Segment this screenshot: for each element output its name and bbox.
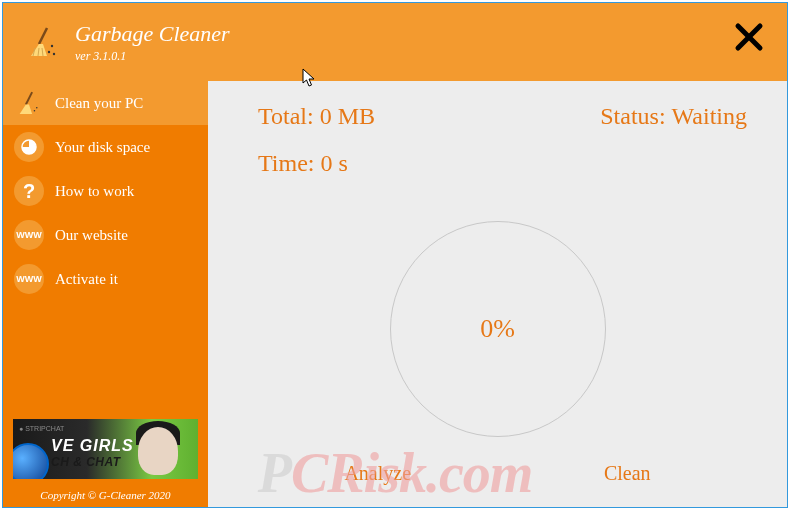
sidebar: Clean your PC Your disk space ? How to w…	[3, 81, 208, 507]
broom-icon	[13, 87, 45, 119]
ad-banner[interactable]: ● STRIPCHAT VE GIRLS CH & CHAT	[13, 419, 198, 479]
www-icon: WWW	[13, 263, 45, 295]
ad-badge: ● STRIPCHAT	[19, 425, 64, 432]
ad-text-1: VE GIRLS	[51, 437, 134, 455]
time-stat: Time: 0 s	[258, 150, 787, 177]
svg-point-4	[48, 51, 50, 53]
sidebar-item-label: Your disk space	[55, 139, 150, 156]
sidebar-item-label: How to work	[55, 183, 134, 200]
main-panel: Total: 0 MB Status: Waiting Time: 0 s 0%…	[208, 81, 787, 507]
svg-line-9	[26, 92, 32, 104]
sidebar-item-website[interactable]: WWW Our website	[3, 213, 208, 257]
close-icon	[733, 21, 765, 53]
ad-text-2: CH & CHAT	[51, 455, 121, 469]
ad-blue-circle	[13, 443, 49, 479]
app-title: Garbage Cleaner	[75, 21, 230, 47]
question-icon: ?	[13, 175, 45, 207]
progress-circle: 0%	[390, 221, 606, 437]
clean-button[interactable]: Clean	[604, 462, 651, 485]
analyze-button[interactable]: Analyze	[344, 462, 411, 485]
progress-percent: 0%	[480, 314, 515, 344]
status-stat: Status: Waiting	[600, 103, 747, 130]
close-button[interactable]	[733, 21, 765, 57]
app-version: ver 3.1.0.1	[75, 49, 230, 64]
broom-logo-icon	[23, 22, 63, 62]
svg-point-5	[51, 45, 53, 47]
www-icon: WWW	[13, 219, 45, 251]
sidebar-item-activate[interactable]: WWW Activate it	[3, 257, 208, 301]
sidebar-item-label: Activate it	[55, 271, 118, 288]
total-stat: Total: 0 MB	[258, 103, 375, 130]
disk-icon	[13, 131, 45, 163]
sidebar-item-disk[interactable]: Your disk space	[3, 125, 208, 169]
svg-point-11	[36, 107, 38, 109]
svg-line-0	[39, 28, 47, 44]
svg-point-10	[34, 110, 36, 112]
sidebar-item-clean[interactable]: Clean your PC	[3, 81, 208, 125]
sidebar-item-label: Our website	[55, 227, 128, 244]
copyright-text: Copyright © G-Cleaner 2020	[3, 483, 208, 507]
sidebar-item-howto[interactable]: ? How to work	[3, 169, 208, 213]
sidebar-item-label: Clean your PC	[55, 95, 143, 112]
svg-point-6	[53, 53, 55, 55]
app-header: Garbage Cleaner ver 3.1.0.1	[3, 3, 787, 81]
